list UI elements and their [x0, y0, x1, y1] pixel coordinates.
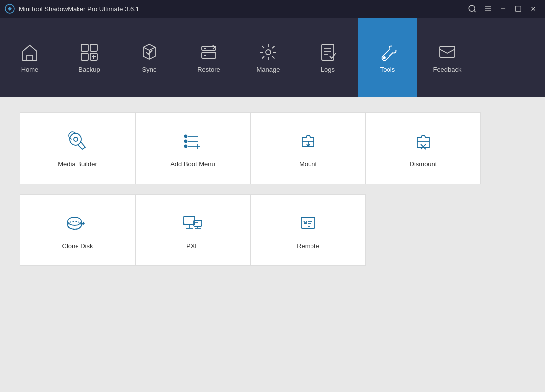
- nav-restore[interactable]: Restore: [179, 18, 238, 97]
- menu-button[interactable]: [481, 2, 495, 16]
- svg-point-27: [74, 137, 78, 141]
- tool-add-boot-menu-label: Add Boot Menu: [170, 160, 215, 168]
- svg-point-24: [383, 57, 385, 59]
- svg-rect-6: [516, 6, 521, 12]
- app-title: MiniTool ShadowMaker Pro Ultimate 3.6.1: [19, 5, 466, 13]
- svg-point-19: [266, 50, 271, 55]
- tool-media-builder[interactable]: Media Builder: [20, 112, 135, 184]
- tool-remote-label: Remote: [297, 242, 319, 250]
- tool-mount[interactable]: Mount: [250, 112, 366, 184]
- svg-rect-25: [440, 46, 455, 57]
- svg-rect-10: [81, 44, 88, 51]
- svg-rect-9: [27, 55, 33, 60]
- tool-remote[interactable]: Remote: [250, 194, 366, 266]
- tool-clone-disk[interactable]: Clone Disk: [20, 194, 135, 266]
- nav-sync[interactable]: Sync: [119, 18, 179, 97]
- tool-mount-label: Mount: [299, 160, 317, 168]
- nav-tools[interactable]: Tools: [358, 18, 417, 97]
- tool-clone-disk-label: Clone Disk: [62, 242, 93, 250]
- titlebar: MiniTool ShadowMaker Pro Ultimate 3.6.1: [0, 0, 545, 18]
- svg-point-1: [469, 5, 475, 11]
- navbar: Home Backup Sync Restore: [0, 18, 545, 97]
- nav-feedback[interactable]: Feedback: [417, 18, 477, 97]
- svg-rect-11: [90, 44, 97, 51]
- nav-home[interactable]: Home: [0, 18, 60, 97]
- tool-media-builder-label: Media Builder: [58, 160, 97, 168]
- tool-dismount[interactable]: Dismount: [366, 112, 481, 184]
- tool-dismount-label: Dismount: [410, 160, 437, 168]
- nav-manage[interactable]: Manage: [238, 18, 298, 97]
- close-button[interactable]: [526, 2, 540, 16]
- minimize-button[interactable]: [496, 2, 510, 16]
- main-content: Media Builder Add Boot Menu: [0, 97, 545, 392]
- tools-row-2: Clone Disk PXE: [20, 194, 525, 266]
- svg-rect-12: [81, 53, 88, 60]
- tool-pxe-label: PXE: [186, 242, 199, 250]
- svg-point-31: [185, 140, 187, 143]
- maximize-button[interactable]: [511, 2, 525, 16]
- svg-point-39: [68, 217, 81, 225]
- nav-logs[interactable]: Logs: [298, 18, 358, 97]
- svg-point-33: [185, 145, 187, 148]
- tools-row-1: Media Builder Add Boot Menu: [20, 112, 525, 184]
- search-button[interactable]: [466, 2, 479, 16]
- svg-point-29: [185, 135, 187, 138]
- window-controls: [481, 2, 540, 16]
- nav-backup[interactable]: Backup: [60, 18, 119, 97]
- svg-rect-41: [184, 216, 195, 224]
- app-logo: [5, 4, 15, 14]
- tool-pxe[interactable]: PXE: [135, 194, 250, 266]
- tool-add-boot-menu[interactable]: Add Boot Menu: [135, 112, 250, 184]
